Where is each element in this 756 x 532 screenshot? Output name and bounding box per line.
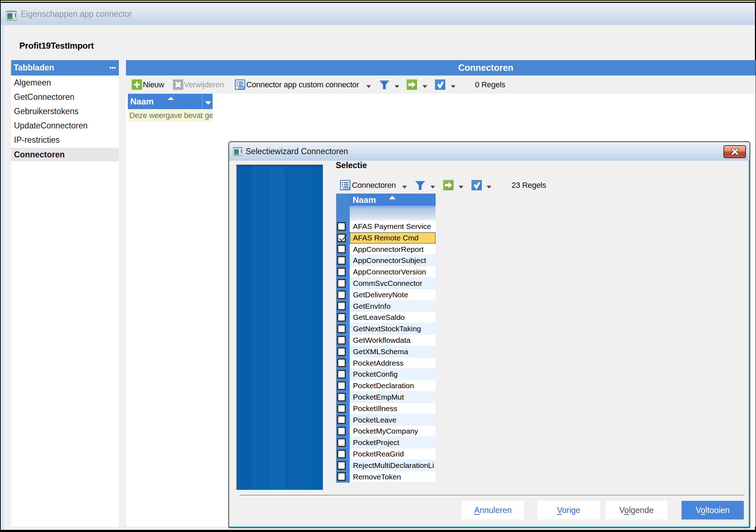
sidebar-item[interactable]: IP-restricties	[11, 133, 119, 147]
new-button[interactable]: Nieuw	[143, 75, 164, 94]
close-button[interactable]	[723, 145, 746, 158]
sidebar-item-selected[interactable]: Connectoren	[11, 148, 119, 161]
filter-dropdown-icon[interactable]	[394, 83, 399, 89]
row-name[interactable]: PocketAddress	[350, 357, 436, 369]
dialog-titlebar[interactable]: Selectiewizard Connectoren	[229, 142, 750, 161]
table-row[interactable]: AppConnectorSubject	[336, 255, 436, 266]
table-column-header[interactable]: Naam	[350, 194, 436, 208]
row-checkbox[interactable]	[337, 393, 346, 401]
table-row[interactable]: RemoveToken	[336, 471, 436, 483]
export-dropdown-icon[interactable]	[422, 83, 427, 89]
table-row[interactable]: PocketReaGrid	[336, 448, 436, 460]
table-row[interactable]: AppConnectorVersion	[336, 266, 436, 278]
row-name[interactable]: AppConnectorReport	[350, 244, 436, 255]
more-icon[interactable]	[110, 67, 116, 69]
voltooien-button[interactable]: Voltooien	[682, 501, 744, 519]
row-checkbox[interactable]	[337, 404, 346, 413]
row-checkbox[interactable]	[337, 358, 346, 367]
row-checkbox[interactable]	[337, 336, 346, 345]
table-row[interactable]: GetXMLSchema	[336, 346, 436, 357]
table-row[interactable]: PocketLeave	[336, 414, 436, 426]
row-name[interactable]: AppConnectorSubject	[350, 255, 436, 266]
dialog-view-selector-dropdown-icon[interactable]	[402, 184, 407, 190]
row-checkbox[interactable]	[337, 279, 346, 288]
row-checkbox[interactable]	[337, 472, 346, 481]
table-row[interactable]: AFAS Remote Cmd	[336, 232, 436, 244]
table-row[interactable]: AFAS Payment Service	[336, 221, 436, 232]
row-checkbox[interactable]	[337, 291, 346, 299]
row-name[interactable]: PocketConfig	[350, 369, 436, 380]
row-name[interactable]: PocketIllness	[350, 403, 436, 414]
table-row[interactable]: AppConnectorReport	[336, 244, 436, 255]
row-name[interactable]: GetLeaveSaldo	[350, 312, 436, 323]
row-checkbox[interactable]	[337, 370, 346, 379]
row-name[interactable]: PocketDeclaration	[350, 380, 436, 391]
dialog-filter-icon[interactable]	[415, 180, 425, 190]
table-row[interactable]: GetWorkflowdata	[336, 335, 436, 346]
dialog-filter-dropdown-icon[interactable]	[430, 184, 435, 190]
row-checkbox[interactable]	[337, 381, 346, 390]
column-filter-dropdown-icon[interactable]	[205, 100, 211, 106]
sidebar-item[interactable]: Gebruikerstokens	[11, 104, 119, 118]
row-name[interactable]: GetNextStockTaking	[350, 323, 436, 335]
sidebar-item[interactable]: GetConnectoren	[11, 90, 119, 104]
table-row[interactable]: PocketProject	[336, 437, 436, 448]
table-row[interactable]: GetDeliveryNote	[336, 289, 436, 301]
row-name[interactable]: PocketLeave	[350, 414, 436, 426]
table-row[interactable]: PocketDeclaration	[336, 380, 436, 391]
row-name[interactable]: PocketReaGrid	[350, 448, 436, 460]
row-checkbox[interactable]	[337, 461, 346, 470]
row-checkbox[interactable]	[337, 324, 346, 333]
volgende-button[interactable]: Volgende	[606, 501, 667, 519]
row-name[interactable]: RejectMultiDeclarationLi	[350, 460, 436, 471]
annuleren-button[interactable]: Annuleren	[462, 501, 524, 519]
row-name[interactable]: PocketEmpMut	[350, 391, 436, 403]
delete-button[interactable]: Verwijderen	[184, 75, 224, 94]
row-name[interactable]: AFAS Remote Cmd	[350, 232, 436, 244]
row-checkbox[interactable]	[337, 222, 346, 231]
row-checkbox[interactable]	[337, 450, 346, 458]
table-row[interactable]: GetNextStockTaking	[336, 323, 436, 335]
table-row[interactable]: GetLeaveSaldo	[336, 312, 436, 323]
row-name[interactable]: RemoveToken	[350, 471, 436, 483]
row-name[interactable]: AFAS Payment Service	[350, 221, 436, 232]
dialog-select-dropdown-icon[interactable]	[486, 184, 491, 190]
table-row[interactable]: PocketEmpMut	[336, 391, 436, 403]
dialog-view-selector-button[interactable]: Connectoren	[352, 176, 396, 194]
row-checkbox[interactable]	[337, 427, 346, 435]
export-icon[interactable]	[407, 79, 417, 90]
table-row[interactable]: PocketConfig	[336, 369, 436, 380]
grid-column-header[interactable]: Naam	[128, 94, 213, 109]
row-name[interactable]: CommSvcConnector	[350, 278, 436, 289]
table-filter-row[interactable]	[350, 208, 436, 221]
table-row[interactable]: GetEnvInfo	[336, 301, 436, 312]
row-name[interactable]: AppConnectorVersion	[350, 266, 436, 278]
row-checkbox[interactable]	[337, 347, 346, 356]
table-row[interactable]: PocketMyCompany	[336, 425, 436, 437]
dialog-select-icon[interactable]	[471, 180, 482, 190]
select-dropdown-icon[interactable]	[451, 83, 456, 89]
row-name[interactable]: GetDeliveryNote	[350, 289, 436, 301]
table-row[interactable]: PocketIllness	[336, 403, 436, 414]
select-icon[interactable]	[435, 79, 445, 90]
table-row[interactable]: RejectMultiDeclarationLi	[336, 460, 436, 471]
window-titlebar[interactable]: Eigenschappen app connector	[1, 3, 755, 25]
view-selector-button[interactable]: Connector app custom connector	[246, 75, 359, 94]
row-checkbox[interactable]	[337, 438, 346, 447]
row-name[interactable]: GetXMLSchema	[350, 346, 436, 357]
dialog-export-dropdown-icon[interactable]	[459, 184, 464, 190]
vorige-button[interactable]: Vorige	[537, 501, 600, 519]
row-checkbox[interactable]	[337, 415, 346, 424]
dialog-export-icon[interactable]	[443, 180, 454, 190]
row-checkbox[interactable]	[337, 268, 346, 276]
row-name[interactable]: PocketProject	[350, 437, 436, 448]
table-row[interactable]: CommSvcConnector	[336, 278, 436, 289]
sidebar-item[interactable]: Algemeen	[11, 75, 119, 90]
filter-icon[interactable]	[379, 79, 389, 90]
row-name[interactable]: GetWorkflowdata	[350, 335, 436, 346]
row-checkbox[interactable]	[337, 245, 346, 253]
row-name[interactable]: PocketMyCompany	[350, 425, 436, 437]
row-checkbox[interactable]	[337, 313, 346, 322]
row-checkbox[interactable]	[337, 256, 346, 265]
table-row[interactable]: PocketAddress	[336, 357, 436, 369]
